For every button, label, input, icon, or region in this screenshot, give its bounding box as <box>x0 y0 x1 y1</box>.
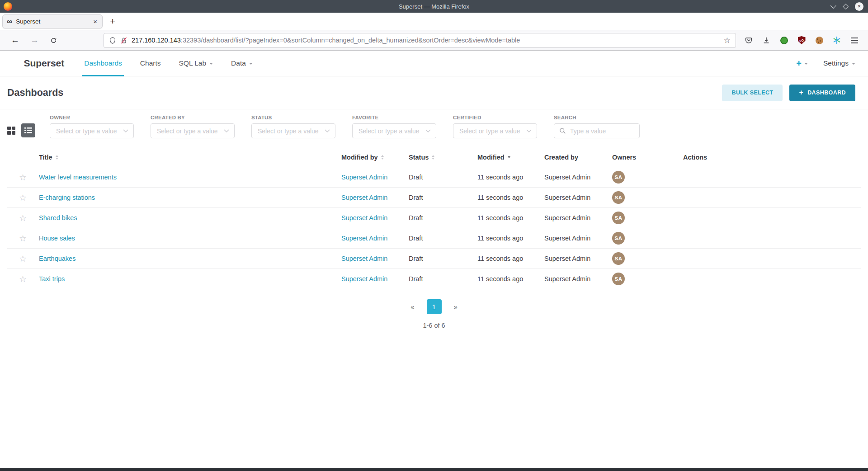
favorite-select[interactable] <box>352 123 436 138</box>
favorite-star-icon[interactable]: ☆ <box>19 234 39 243</box>
maximize-icon[interactable] <box>843 4 849 9</box>
cookie-extension-icon[interactable] <box>815 36 824 45</box>
dashboard-title-link[interactable]: House sales <box>39 235 75 242</box>
modified-by-link[interactable]: Superset Admin <box>341 255 387 262</box>
avatar[interactable]: SA <box>612 273 625 285</box>
superset-navbar: ∞ Superset Dashboards Charts SQL Lab Dat… <box>0 51 868 76</box>
menu-hamburger-icon[interactable] <box>850 36 859 45</box>
owner-select[interactable] <box>50 123 134 138</box>
column-owners: Owners <box>612 154 683 161</box>
dashboard-title-link[interactable]: Water level measurements <box>39 174 117 181</box>
column-modified-by[interactable]: Modified by <box>341 154 409 161</box>
new-dashboard-label: DASHBOARD <box>807 89 846 96</box>
insecure-lock-icon[interactable] <box>120 37 127 44</box>
tab-superset[interactable]: ∞ Superset × <box>2 14 103 28</box>
nav-item-data[interactable]: Data <box>222 51 262 76</box>
nav-item-charts[interactable]: Charts <box>131 51 170 76</box>
close-window-icon[interactable]: × <box>855 2 863 11</box>
column-modified[interactable]: Modified <box>477 154 544 161</box>
favorite-star-icon[interactable]: ☆ <box>19 173 39 182</box>
table-header-row: Title Modified by Status Modified Create… <box>7 147 861 167</box>
dashboard-title-link[interactable]: E-charging stations <box>39 194 95 201</box>
bookmark-star-icon[interactable]: ☆ <box>724 36 731 45</box>
tracking-shield-icon[interactable] <box>109 37 116 44</box>
next-page-button[interactable]: » <box>454 303 458 311</box>
table-row: ☆ Taxi trips Superset Admin Draft 11 sec… <box>7 269 861 289</box>
page-1-button[interactable]: 1 <box>427 299 442 314</box>
url-text[interactable]: 217.160.120.143:32393/dashboard/list/?pa… <box>132 37 520 44</box>
certified-select[interactable] <box>453 123 537 138</box>
status-select-input[interactable] <box>257 127 325 135</box>
list-view-icon[interactable] <box>21 123 35 137</box>
new-tab-button[interactable]: + <box>110 16 115 27</box>
column-title[interactable]: Title <box>39 154 341 161</box>
column-status[interactable]: Status <box>409 154 477 161</box>
favorite-star-icon[interactable]: ☆ <box>19 254 39 263</box>
nav-label: Data <box>231 59 246 67</box>
status-select[interactable] <box>251 123 335 138</box>
modified-cell: 11 seconds ago <box>477 235 544 242</box>
pocket-icon[interactable] <box>744 36 753 45</box>
modified-by-link[interactable]: Superset Admin <box>341 214 387 221</box>
nav-item-sql-lab[interactable]: SQL Lab <box>170 51 222 76</box>
search-icon <box>559 127 566 134</box>
chevron-down-icon <box>249 63 253 65</box>
created-by-cell: Superset Admin <box>544 214 612 221</box>
dashboard-title-link[interactable]: Taxi trips <box>39 275 65 283</box>
superset-brand[interactable]: ∞ Superset <box>6 51 64 76</box>
status-cell: Draft <box>409 194 477 201</box>
tab-title: Superset <box>16 18 92 25</box>
modified-by-link[interactable]: Superset Admin <box>341 235 387 242</box>
created-by-select[interactable] <box>151 123 235 138</box>
downloads-icon[interactable] <box>762 36 771 45</box>
page-title: Dashboards <box>7 87 63 99</box>
window-title: Superset — Mozilla Firefox <box>0 3 868 10</box>
plus-icon: + <box>796 58 802 69</box>
chevron-down-icon <box>852 63 855 65</box>
certified-select-input[interactable] <box>458 127 526 135</box>
dashboard-title-link[interactable]: Earthquakes <box>39 255 75 262</box>
nav-label: Dashboards <box>84 59 122 67</box>
search-input[interactable] <box>569 127 634 135</box>
modified-by-link[interactable]: Superset Admin <box>341 194 387 201</box>
avatar[interactable]: SA <box>612 252 625 265</box>
search-box[interactable] <box>554 123 640 138</box>
close-tab-icon[interactable]: × <box>92 18 98 25</box>
favorite-star-icon[interactable]: ☆ <box>19 193 39 202</box>
modified-cell: 11 seconds ago <box>477 275 544 283</box>
extension-green-icon[interactable] <box>779 36 788 45</box>
toolbar-icons: uO <box>742 36 863 45</box>
favorite-select-input[interactable] <box>358 127 425 135</box>
dashboard-title-link[interactable]: Shared bikes <box>39 214 77 221</box>
new-dashboard-button[interactable]: + DASHBOARD <box>789 85 855 101</box>
sort-desc-icon <box>508 156 510 158</box>
bulk-select-button[interactable]: BULK SELECT <box>722 85 783 101</box>
created-by-select-input[interactable] <box>156 127 224 135</box>
ublock-origin-icon[interactable]: uO <box>797 36 806 45</box>
back-button[interactable]: ← <box>5 35 25 45</box>
favorite-star-icon[interactable]: ☆ <box>19 214 39 222</box>
page-header: Dashboards BULK SELECT + DASHBOARD <box>0 76 868 109</box>
url-bar[interactable]: 217.160.120.143:32393/dashboard/list/?pa… <box>104 33 736 48</box>
settings-menu[interactable]: Settings <box>823 59 855 67</box>
avatar[interactable]: SA <box>612 232 625 245</box>
reload-button[interactable] <box>44 37 63 44</box>
modified-by-link[interactable]: Superset Admin <box>341 174 387 181</box>
favorite-star-icon[interactable]: ☆ <box>19 275 39 283</box>
avatar[interactable]: SA <box>612 191 625 204</box>
forward-button[interactable]: → <box>25 35 44 45</box>
nav-item-dashboards[interactable]: Dashboards <box>75 51 131 76</box>
pagination: « 1 » <box>0 299 868 314</box>
nav-items: Dashboards Charts SQL Lab Data <box>75 51 262 76</box>
status-cell: Draft <box>409 275 477 283</box>
prev-page-button[interactable]: « <box>410 303 414 311</box>
owner-select-input[interactable] <box>55 127 123 135</box>
asterisk-extension-icon[interactable] <box>832 36 841 45</box>
new-item-menu[interactable]: + <box>796 58 808 69</box>
avatar[interactable]: SA <box>612 212 625 224</box>
modified-by-link[interactable]: Superset Admin <box>341 275 387 283</box>
superset-favicon-icon: ∞ <box>7 18 12 25</box>
avatar[interactable]: SA <box>612 171 625 184</box>
card-view-icon[interactable] <box>7 127 15 135</box>
firefox-logo-icon <box>4 2 12 11</box>
